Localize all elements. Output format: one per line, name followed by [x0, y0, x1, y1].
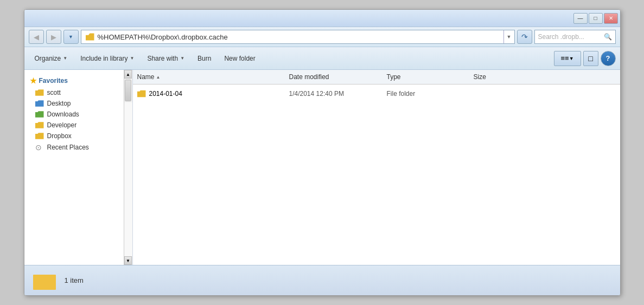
- sidebar-item-dropbox[interactable]: Dropbox: [24, 131, 124, 141]
- toolbar: Organize ▼ Include in library ▼ Share wi…: [24, 47, 620, 70]
- burn-label: Burn: [197, 55, 211, 62]
- address-field[interactable]: %HOMEPATH%\Dropbox\.dropbox.cache ▼: [81, 30, 515, 44]
- column-header-date[interactable]: Date modified: [285, 72, 382, 82]
- favorites-star-icon: ★: [30, 76, 37, 85]
- sidebar-content: ★ Favorites scott Desktop Downloads: [24, 70, 124, 158]
- burn-button[interactable]: Burn: [192, 50, 217, 67]
- back-button[interactable]: ◀: [29, 30, 44, 44]
- address-dropdown-arrow[interactable]: ▼: [503, 30, 514, 43]
- refresh-button[interactable]: ↷: [517, 30, 532, 44]
- forward-button[interactable]: ▶: [46, 30, 61, 44]
- share-with-label: Share with: [147, 55, 178, 62]
- file-name-cell: 2014-01-04: [133, 89, 285, 99]
- sidebar-item-recent-places[interactable]: Recent Places: [24, 141, 124, 153]
- scrollbar-down-button[interactable]: ▼: [124, 256, 132, 265]
- organize-dropdown-arrow: ▼: [63, 56, 67, 61]
- search-icon: 🔍: [604, 33, 612, 41]
- sidebar-item-label: Recent Places: [47, 144, 89, 151]
- table-row[interactable]: 2014-01-04 1/4/2014 12:40 PM File folder: [133, 87, 620, 101]
- include-in-library-button[interactable]: Include in library ▼: [74, 50, 140, 67]
- close-button[interactable]: ✕: [604, 13, 618, 24]
- view-dropdown-arrow: ▼: [569, 56, 574, 61]
- pane-toggle-button[interactable]: □: [583, 51, 598, 66]
- help-icon: ?: [606, 54, 610, 62]
- column-name-label: Name: [137, 73, 155, 81]
- status-item-count: 1 item: [65, 276, 84, 284]
- file-name: 2014-01-04: [149, 90, 182, 98]
- favorites-heading: ★ Favorites: [24, 74, 124, 87]
- column-headers: Name ▲ Date modified Type Size: [133, 70, 620, 85]
- status-bar: 1 item: [24, 265, 620, 295]
- search-box[interactable]: Search .dropb... 🔍: [534, 30, 616, 44]
- view-options-button[interactable]: ≡≡ ▼: [554, 51, 581, 66]
- maximize-button[interactable]: □: [589, 13, 603, 24]
- column-header-name[interactable]: Name ▲: [133, 72, 285, 82]
- include-in-library-label: Include in library: [80, 55, 127, 62]
- desktop-folder-icon: [35, 100, 44, 107]
- sidebar-item-label: scott: [47, 89, 61, 96]
- favorites-heading-text: Favorites: [39, 77, 68, 85]
- recent-places-icon: [35, 143, 44, 152]
- share-with-button[interactable]: Share with ▼: [141, 50, 190, 67]
- include-dropdown-arrow: ▼: [130, 56, 135, 61]
- sidebar: ▲ ▼ ★ Favorites scott D: [24, 70, 133, 265]
- sidebar-item-label: Developer: [47, 121, 77, 129]
- view-icon: ≡≡: [560, 54, 569, 62]
- sidebar-item-developer[interactable]: Developer: [24, 120, 124, 131]
- column-date-label: Date modified: [289, 73, 329, 81]
- column-size-label: Size: [474, 73, 486, 81]
- file-date: 1/4/2014 12:40 PM: [289, 90, 344, 98]
- column-header-type[interactable]: Type: [382, 72, 469, 82]
- developer-folder-icon: [35, 122, 44, 129]
- downloads-folder-icon: [35, 111, 44, 118]
- scrollbar-thumb[interactable]: [125, 80, 131, 101]
- help-button[interactable]: ?: [601, 51, 616, 66]
- scrollbar-track: [124, 102, 132, 256]
- column-type-label: Type: [387, 73, 401, 81]
- sidebar-item-desktop[interactable]: Desktop: [24, 98, 124, 109]
- sidebar-item-scott[interactable]: scott: [24, 87, 124, 98]
- status-folder-icon: [33, 271, 56, 290]
- toolbar-right: ≡≡ ▼ □ ?: [554, 51, 616, 66]
- file-date-cell: 1/4/2014 12:40 PM: [285, 89, 382, 99]
- file-size-cell: [469, 93, 534, 95]
- organize-button[interactable]: Organize ▼: [29, 50, 74, 67]
- scott-folder-icon: [35, 89, 44, 96]
- scrollbar-up-button[interactable]: ▲: [124, 70, 132, 79]
- column-header-size[interactable]: Size: [469, 72, 534, 82]
- main-area: ▲ ▼ ★ Favorites scott D: [24, 70, 620, 265]
- file-entries: 2014-01-04 1/4/2014 12:40 PM File folder: [133, 85, 620, 265]
- dropdown-arrow-button[interactable]: ▼: [63, 30, 79, 44]
- title-bar: — □ ✕: [24, 10, 620, 27]
- file-list: Name ▲ Date modified Type Size: [133, 70, 620, 265]
- organize-label: Organize: [35, 55, 61, 62]
- path-folder-icon: [86, 33, 94, 41]
- new-folder-label: New folder: [224, 55, 255, 62]
- explorer-window: — □ ✕ ◀ ▶ ▼ %HOMEPATH%\Dropbox\.dropbox.…: [24, 9, 621, 296]
- minimize-button[interactable]: —: [573, 13, 588, 24]
- dropbox-folder-icon: [35, 133, 44, 140]
- file-type: File folder: [387, 90, 416, 98]
- address-bar: ◀ ▶ ▼ %HOMEPATH%\Dropbox\.dropbox.cache …: [24, 27, 620, 47]
- sidebar-item-label: Dropbox: [47, 132, 72, 140]
- file-folder-icon: [137, 90, 146, 98]
- sidebar-item-label: Downloads: [47, 111, 79, 118]
- sidebar-item-label: Desktop: [47, 100, 71, 107]
- new-folder-button[interactable]: New folder: [218, 50, 261, 67]
- share-dropdown-arrow: ▼: [180, 56, 184, 61]
- sort-arrow-icon: ▲: [156, 75, 161, 80]
- file-type-cell: File folder: [382, 89, 469, 99]
- sidebar-item-downloads[interactable]: Downloads: [24, 109, 124, 120]
- search-placeholder: Search .dropb...: [538, 33, 602, 41]
- address-text: %HOMEPATH%\Dropbox\.dropbox.cache: [98, 33, 510, 41]
- sidebar-scrollbar[interactable]: ▲ ▼: [124, 70, 132, 265]
